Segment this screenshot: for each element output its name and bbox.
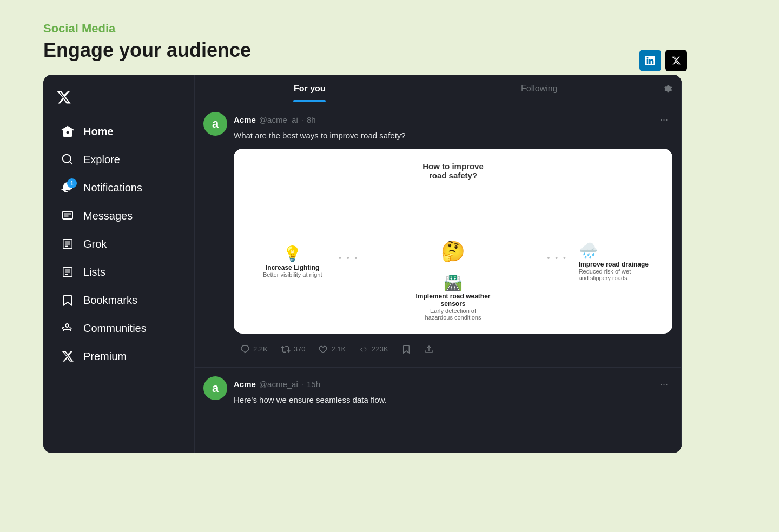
lighting-icon: 💡 — [283, 245, 302, 262]
sidebar-item-messages[interactable]: Messages — [52, 202, 186, 229]
sidebar-item-bookmarks[interactable]: Bookmarks — [52, 287, 186, 314]
views-icon — [359, 344, 368, 354]
notifications-label: Notifications — [83, 182, 142, 194]
settings-button[interactable] — [654, 75, 681, 103]
share-button[interactable] — [418, 340, 440, 358]
sensors-icon: 🛣️ — [444, 274, 463, 291]
messages-label: Messages — [83, 210, 133, 222]
explore-icon — [61, 152, 75, 167]
retweet-icon — [281, 344, 291, 354]
linkedin-button[interactable] — [639, 50, 661, 71]
card-diagram: 🤔 💡 Increase Lighting Better visibility … — [247, 202, 659, 321]
bookmarks-icon — [61, 293, 75, 307]
tweet-2-author: Acme — [234, 380, 256, 389]
sidebar-item-notifications[interactable]: 1 Notifications — [52, 174, 186, 201]
like-count: 2.1K — [331, 345, 346, 353]
tweet-1-actions: 2.2K 370 2.1K — [234, 340, 672, 358]
tweet-2-meta: Acme @acme_ai · 15h ··· — [234, 376, 672, 392]
sensors-label: Implement road weather sensors — [405, 292, 502, 308]
tweet-1-separator: · — [301, 115, 303, 124]
tweet-1: a Acme @acme_ai · 8h ··· What are the be… — [195, 103, 681, 368]
settings-icon — [663, 83, 672, 94]
x-twitter-button[interactable] — [665, 50, 687, 71]
lists-icon — [61, 265, 75, 279]
comment-count: 2.2K — [253, 345, 268, 353]
card-title: How to improveroad safety? — [247, 162, 659, 180]
drainage-icon: 🌧️ — [579, 242, 598, 258]
home-label: Home — [83, 125, 114, 138]
x-twitter-icon — [671, 56, 681, 65]
dots-left: • • • — [339, 254, 359, 262]
tweet-1-author: Acme — [234, 115, 256, 124]
communities-label: Communities — [83, 322, 147, 335]
lists-label: Lists — [83, 266, 105, 278]
drainage-desc: Reduced risk of wetand slippery roads — [579, 268, 649, 281]
share-icon — [424, 344, 434, 354]
tweet-2-more-button[interactable]: ··· — [656, 376, 672, 392]
social-icons — [639, 50, 687, 71]
tab-for-you[interactable]: For you — [195, 75, 425, 102]
sidebar-item-communities[interactable]: Communities — [52, 315, 186, 342]
linkedin-icon — [645, 56, 655, 65]
sensors-desc: Early detection ofhazardous conditions — [405, 308, 502, 321]
retweet-count: 370 — [294, 345, 306, 353]
tab-following[interactable]: Following — [425, 75, 655, 102]
sidebar-item-premium[interactable]: Premium — [52, 343, 186, 370]
drainage-label: Improve road drainage — [579, 260, 649, 268]
thinking-face-icon: 🤔 — [441, 240, 465, 262]
tweet-1-body: Acme @acme_ai · 8h ··· What are the best… — [234, 112, 672, 358]
home-icon — [61, 124, 75, 138]
x-logo[interactable] — [52, 85, 76, 109]
sidebar-item-grok[interactable]: Grok — [52, 230, 186, 257]
communities-icon — [61, 321, 75, 335]
explore-label: Explore — [83, 154, 120, 166]
tweet-1-card: How to improveroad safety? 🤔 💡 Increase … — [234, 149, 672, 334]
premium-label: Premium — [83, 350, 127, 363]
sidebar: Home Explore 1 Notifications — [43, 75, 195, 453]
notifications-icon: 1 — [61, 181, 75, 195]
sidebar-item-home[interactable]: Home — [52, 118, 186, 145]
x-logo-icon — [56, 90, 71, 105]
tweet-2-sep: · — [301, 380, 303, 389]
tweet-1-avatar: a — [203, 112, 227, 136]
diagram-item-sensors: 🛣️ Implement road weather sensors Early … — [405, 274, 502, 321]
page-category: Social Media — [43, 22, 736, 36]
like-button[interactable]: 2.1K — [312, 340, 352, 358]
tab-bar: For you Following — [195, 75, 681, 103]
tweet-2-handle: @acme_ai — [259, 380, 298, 389]
sidebar-item-lists[interactable]: Lists — [52, 258, 186, 285]
notification-badge: 1 — [67, 178, 77, 188]
comment-button[interactable]: 2.2K — [234, 340, 274, 358]
tweet-2-time: 15h — [307, 380, 320, 389]
tweet-2-text: Here's how we ensure seamless data flow. — [234, 394, 672, 407]
retweet-button[interactable]: 370 — [274, 340, 312, 358]
tweet-2-header: a Acme @acme_ai · 15h ··· Here's how we … — [203, 376, 672, 413]
messages-icon — [61, 209, 75, 223]
tweet-1-more-button[interactable]: ··· — [656, 112, 672, 128]
like-icon — [318, 344, 328, 354]
sidebar-item-explore[interactable]: Explore — [52, 146, 186, 173]
twitter-app: Home Explore 1 Notifications — [43, 75, 682, 453]
diagram-item-drainage: 🌧️ Improve road drainage Reduced risk of… — [579, 241, 649, 281]
tweet-2: a Acme @acme_ai · 15h ··· Here's how we … — [195, 368, 681, 422]
grok-icon — [61, 237, 75, 251]
comment-icon — [240, 344, 250, 354]
tweet-1-header: a Acme @acme_ai · 8h ··· What are the be… — [203, 112, 672, 358]
diagram-item-lighting: 💡 Increase Lighting Better visibility at… — [263, 244, 322, 277]
premium-icon — [61, 349, 75, 363]
bookmark-action-button[interactable] — [395, 340, 418, 358]
lighting-desc: Better visibility at night — [263, 271, 322, 277]
tweet-1-text: What are the best ways to improve road s… — [234, 130, 672, 142]
bookmark-action-icon — [401, 344, 411, 354]
tweet-2-body: Acme @acme_ai · 15h ··· Here's how we en… — [234, 376, 672, 413]
page-header: Social Media Engage your audience — [43, 22, 736, 62]
views-button[interactable]: 223K — [352, 340, 394, 358]
page-title: Engage your audience — [43, 39, 736, 62]
tweet-1-meta: Acme @acme_ai · 8h ··· — [234, 112, 672, 128]
views-count: 223K — [372, 345, 388, 353]
dots-right: • • • — [547, 254, 567, 262]
bookmarks-label: Bookmarks — [83, 294, 137, 307]
main-feed: For you Following a Acme @acme_ai — [195, 75, 682, 453]
grok-label: Grok — [83, 238, 107, 250]
lighting-label: Increase Lighting — [263, 263, 322, 271]
